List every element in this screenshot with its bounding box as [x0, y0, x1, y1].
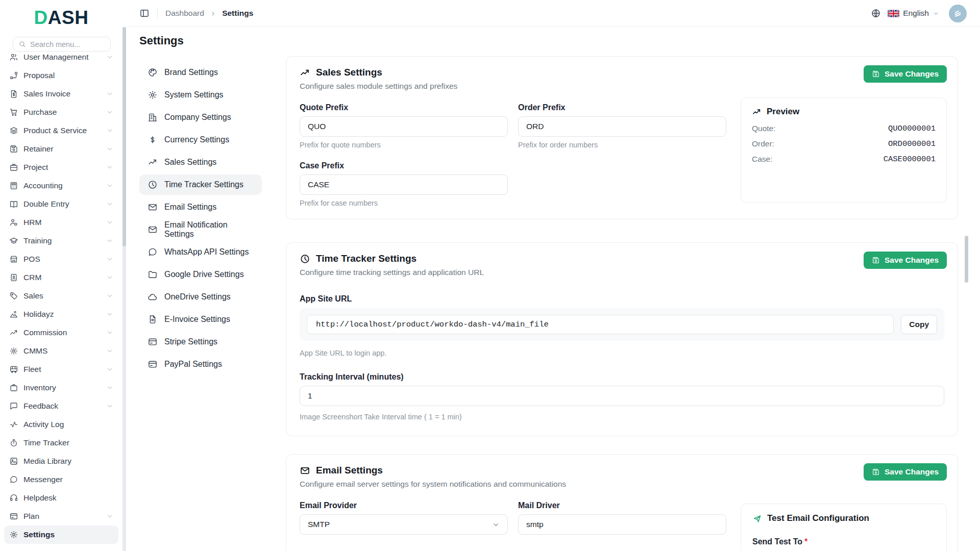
user-avatar[interactable] — [949, 5, 967, 22]
settings-nav-system-settings[interactable]: System Settings — [139, 85, 262, 105]
sidebar-item-holidayz[interactable]: Holidayz — [4, 305, 118, 323]
case-prefix-input[interactable] — [300, 174, 508, 195]
sidebar-item-double-entry[interactable]: Double Entry — [4, 195, 118, 213]
card-icon — [148, 359, 158, 369]
settings-nav-paypal-settings[interactable]: PayPal Settings — [139, 354, 262, 374]
sidebar-item-commission[interactable]: Commission — [4, 323, 118, 342]
save-button-label: Save Changes — [885, 467, 939, 477]
sales-settings-subtitle: Configure sales module settings and pref… — [300, 82, 944, 91]
sidebar-item-accounting[interactable]: Accounting — [4, 177, 118, 195]
chevron-down-icon — [106, 182, 113, 189]
cog-icon — [9, 346, 18, 356]
copy-button[interactable]: Copy — [901, 315, 937, 334]
quote-prefix-field: Quote Prefix Prefix for quote numbers — [300, 103, 508, 149]
order-prefix-helper: Prefix for order numbers — [518, 141, 726, 149]
settings-nav-label: OneDrive Settings — [164, 292, 231, 302]
app-site-url-input[interactable]: http://localhost/product/workdo-dash-v4/… — [307, 315, 894, 334]
settings-nav-sales-settings[interactable]: Sales Settings — [139, 152, 262, 172]
order-prefix-input[interactable] — [518, 116, 726, 137]
sidebar-scrollbar-thumb[interactable] — [122, 27, 126, 246]
settings-nav-label: Email Notification Settings — [164, 220, 256, 239]
sidebar-item-hrm[interactable]: HRM — [4, 213, 118, 232]
language-selector[interactable]: English — [888, 9, 939, 18]
time-tracker-title: Time Tracker Settings — [316, 253, 416, 264]
preview-row-label: Case: — [752, 155, 773, 164]
sidebar-item-plan[interactable]: Plan — [4, 507, 118, 525]
sidebar-item-messenger[interactable]: Messenger — [4, 470, 118, 489]
sidebar-item-fleet[interactable]: Fleet — [4, 360, 118, 379]
preview-row: Case:CASE0000001 — [752, 155, 936, 164]
settings-nav-email-settings[interactable]: Email Settings — [139, 197, 262, 217]
sidebar-toggle-icon[interactable] — [139, 8, 150, 18]
prefix-preview-panel: Preview Quote:QUO0000001Order:ORD0000001… — [741, 97, 947, 203]
search-input[interactable] — [30, 40, 105, 48]
settings-nav-currency-settings[interactable]: Currency Settings — [139, 130, 262, 150]
quote-prefix-input[interactable] — [300, 116, 508, 137]
trend-icon — [148, 157, 158, 167]
sidebar-item-project[interactable]: Project — [4, 158, 118, 177]
sidebar-item-time-tracker[interactable]: Time Tracker — [4, 434, 118, 452]
sidebar-item-media-library[interactable]: Media Library — [4, 452, 118, 470]
sidebar-item-pos[interactable]: POS — [4, 250, 118, 268]
settings-nav-company-settings[interactable]: Company Settings — [139, 107, 262, 128]
sales-fields: Quote Prefix Prefix for quote numbers Or… — [300, 103, 726, 207]
chevron-down-icon — [106, 384, 113, 391]
send-icon — [752, 514, 762, 523]
sidebar-item-settings[interactable]: Settings — [4, 525, 118, 544]
settings-nav-email-notification-settings[interactable]: Email Notification Settings — [139, 219, 262, 240]
sidebar-item-purchase[interactable]: Purchase — [4, 103, 118, 121]
email-provider-select[interactable]: SMTP — [300, 514, 508, 535]
sidebar-item-label: Fleet — [23, 365, 41, 374]
sidebar-item-activity-log[interactable]: Activity Log — [4, 415, 118, 434]
chat-icon — [148, 247, 158, 257]
settings-nav-onedrive-settings[interactable]: OneDrive Settings — [139, 287, 262, 307]
preview-row: Order:ORD0000001 — [752, 139, 936, 148]
settings-nav-e-invoice-settings[interactable]: E-Invoice Settings — [139, 309, 262, 330]
sales-save-button[interactable]: Save Changes — [864, 65, 947, 83]
sidebar-item-product-service[interactable]: Product & Service — [4, 121, 118, 140]
mail-driver-input[interactable] — [518, 514, 726, 535]
sidebar-item-sales-invoice[interactable]: Sales Invoice — [4, 85, 118, 103]
mail-icon — [148, 202, 158, 212]
globe-icon[interactable] — [871, 8, 881, 18]
sidebar-item-training[interactable]: Training — [4, 232, 118, 250]
email-provider-label: Email Provider — [300, 501, 508, 510]
sidebar-item-label: Settings — [23, 530, 55, 539]
sidebar-search[interactable] — [13, 37, 111, 52]
sidebar-item-crm[interactable]: CRM — [4, 268, 118, 287]
sidebar-item-label: POS — [23, 255, 40, 264]
chevron-down-icon — [106, 201, 113, 208]
settings-nav-stripe-settings[interactable]: Stripe Settings — [139, 332, 262, 352]
breadcrumb-separator: › — [212, 9, 214, 18]
breadcrumb-dashboard[interactable]: Dashboard — [165, 9, 204, 18]
settings-nav-google-drive-settings[interactable]: Google Drive Settings — [139, 264, 262, 285]
settings-nav-whatsapp-api-settings[interactable]: WhatsApp API Settings — [139, 242, 262, 262]
tracking-interval-input[interactable] — [300, 386, 944, 406]
email-save-button[interactable]: Save Changes — [864, 463, 947, 481]
uk-flag-icon — [888, 10, 899, 17]
sidebar-item-label: CMMS — [23, 346, 47, 356]
trend-icon — [9, 328, 18, 337]
sidebar-item-retainer[interactable]: Retainer — [4, 140, 118, 158]
sidebar-item-sales[interactable]: Sales — [4, 287, 118, 305]
sidebar-item-cmms[interactable]: CMMS — [4, 342, 118, 360]
hrm-icon — [9, 218, 18, 227]
filetext-icon — [148, 314, 158, 324]
settings-nav-label: Currency Settings — [164, 135, 229, 144]
settings-nav-time-tracker-settings[interactable]: Time Tracker Settings — [139, 174, 262, 195]
page-scrollbar-thumb[interactable] — [965, 236, 968, 283]
floppy-icon — [9, 144, 18, 154]
sidebar-item-label: Media Library — [23, 457, 71, 466]
sidebar-item-feedback[interactable]: Feedback — [4, 397, 118, 415]
time-tracker-save-button[interactable]: Save Changes — [864, 252, 947, 269]
sidebar-item-user-management[interactable]: User Management — [4, 53, 118, 66]
email-settings-title: Email Settings — [316, 465, 383, 476]
sidebar-item-helpdesk[interactable]: Helpdesk — [4, 489, 118, 507]
settings-nav-brand-settings[interactable]: Brand Settings — [139, 62, 262, 83]
search-icon — [18, 40, 26, 48]
tracking-interval-label: Tracking Interval (minutes) — [300, 372, 944, 382]
sidebar-item-inventory[interactable]: Inventory — [4, 379, 118, 397]
chevron-down-icon — [106, 109, 113, 116]
gear-icon — [9, 530, 18, 539]
sidebar-item-proposal[interactable]: Proposal — [4, 66, 118, 85]
